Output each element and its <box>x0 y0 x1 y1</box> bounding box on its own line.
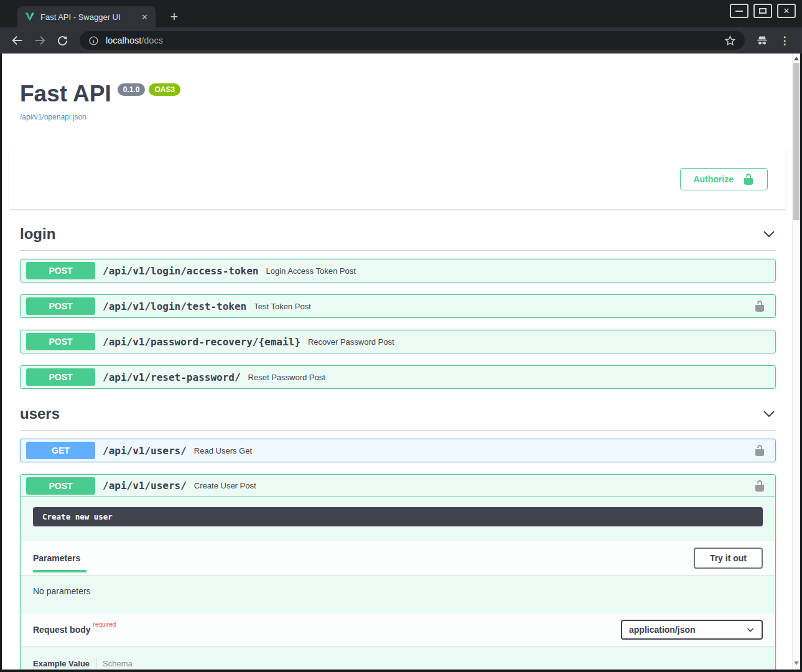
browser-menu-button[interactable]: ⋮ <box>775 30 795 50</box>
operation-summary: Create User Post <box>194 481 256 490</box>
maximize-icon <box>759 8 767 14</box>
close-window-button[interactable]: ✕ <box>777 4 796 18</box>
page-title: Fast API <box>20 82 111 105</box>
method-badge: POST <box>26 477 95 495</box>
operation-row[interactable]: POST /api/v1/reset-password/ Reset Passw… <box>20 365 776 389</box>
tab-title: Fast API - Swagger UI <box>40 12 136 22</box>
tab-parameters[interactable]: Parameters <box>33 553 80 563</box>
oas3-badge: OAS3 <box>149 83 180 96</box>
swagger-ui-page: Fast API 0.1.0 OAS3 /api/v1/openapi.json… <box>2 54 792 670</box>
up-triangle-icon <box>794 57 799 60</box>
unlock-icon <box>753 300 766 312</box>
scrollbar-thumb[interactable] <box>793 63 800 220</box>
operation-row[interactable]: POST /api/v1/password-recovery/{email} R… <box>20 330 776 353</box>
operation-body: Create new user Parameters Try it out No… <box>21 497 775 670</box>
authorize-label: Authorize <box>693 174 734 184</box>
operation-summary: Reset Password Post <box>248 373 325 382</box>
minimize-icon <box>735 11 743 12</box>
browser-window: Fast API - Swagger UI ✕ + ✕ localhost/do… <box>0 0 802 672</box>
site-info-icon[interactable] <box>88 35 99 46</box>
back-button[interactable] <box>7 30 27 50</box>
operation-path: /api/v1/reset-password/ <box>103 371 241 383</box>
incognito-indicator <box>752 30 772 50</box>
new-tab-button[interactable]: + <box>166 8 183 26</box>
tag-title: users <box>20 405 60 422</box>
operation-path: /api/v1/login/test-token <box>103 301 246 312</box>
operation-path: /api/v1/users/ <box>103 480 187 492</box>
method-badge: GET <box>26 442 95 459</box>
try-it-out-button[interactable]: Try it out <box>694 548 763 569</box>
incognito-icon <box>755 34 769 47</box>
method-badge: POST <box>26 297 95 315</box>
chevron-down-icon[interactable] <box>762 227 776 241</box>
method-badge: POST <box>26 262 95 279</box>
browser-tab-strip: Fast API - Swagger UI ✕ + ✕ <box>0 0 802 27</box>
unlock-icon <box>742 173 755 185</box>
request-body-section-header: Request bodyrequired application/json <box>21 614 775 646</box>
operation-path: /api/v1/login/access-token <box>103 265 258 277</box>
auth-lock-button[interactable] <box>750 300 770 312</box>
url-host: localhost <box>106 35 141 45</box>
address-bar[interactable]: localhost/docs <box>80 31 745 50</box>
bookmark-button[interactable] <box>724 35 736 47</box>
openapi-spec-link[interactable]: /api/v1/openapi.json <box>20 113 86 121</box>
down-triangle-icon <box>794 661 799 665</box>
fastapi-favicon-icon <box>25 12 35 22</box>
browser-toolbar: localhost/docs ⋮ <box>0 27 802 54</box>
tag-header-login[interactable]: login <box>20 225 776 251</box>
content-type-value: application/json <box>629 625 696 635</box>
operation-summary: Login Access Token Post <box>266 266 355 276</box>
operation-block-expanded: POST /api/v1/users/ Create User Post Cre… <box>20 474 776 670</box>
parameters-section-header: Parameters Try it out <box>21 541 775 575</box>
reload-button[interactable] <box>52 30 72 50</box>
close-tab-icon[interactable]: ✕ <box>141 13 148 21</box>
operation-summary: Recover Password Post <box>308 337 394 347</box>
chevron-down-icon[interactable] <box>762 407 776 421</box>
model-example: Example Value Schema { <box>21 646 775 670</box>
browser-tab[interactable]: Fast API - Swagger UI ✕ <box>17 6 156 27</box>
tab-separator <box>96 658 96 668</box>
tag-header-users[interactable]: users <box>20 405 776 431</box>
star-icon <box>724 35 736 47</box>
scheme-container: Authorize <box>9 149 786 209</box>
tag-section-users: users GET /api/v1/users/ Read Users Get <box>20 405 776 670</box>
method-badge: POST <box>26 368 95 386</box>
auth-lock-button[interactable] <box>750 480 770 492</box>
window-controls: ✕ <box>730 4 796 18</box>
tab-example-value[interactable]: Example Value <box>33 659 90 668</box>
operation-description: Create new user <box>33 507 763 526</box>
operation-summary: Read Users Get <box>194 446 252 455</box>
forward-button[interactable] <box>30 30 50 50</box>
operation-row[interactable]: POST /api/v1/login/test-token Test Token… <box>20 294 776 318</box>
operation-row[interactable]: POST /api/v1/login/access-token Login Ac… <box>20 259 776 282</box>
maximize-button[interactable] <box>753 4 772 18</box>
authorize-button[interactable]: Authorize <box>680 168 768 190</box>
auth-lock-button[interactable] <box>750 444 770 457</box>
operation-path: /api/v1/password-recovery/{email} <box>103 336 301 348</box>
method-badge: POST <box>26 333 95 350</box>
scrollbar-up-arrow[interactable] <box>793 57 800 62</box>
url-path: /docs <box>141 35 163 45</box>
tag-section-login: login POST /api/v1/login/access-token Lo… <box>20 225 776 389</box>
no-parameters-text: No parameters <box>21 575 775 614</box>
minimize-button[interactable] <box>730 4 748 18</box>
page-scrollbar[interactable] <box>792 54 800 670</box>
unlock-icon <box>753 444 766 457</box>
required-badge: required <box>93 621 116 628</box>
content-type-select[interactable]: application/json <box>621 620 763 640</box>
operation-summary: Test Token Post <box>254 302 311 311</box>
operation-row[interactable]: POST /api/v1/users/ Create User Post <box>21 475 775 497</box>
url-text[interactable]: localhost/docs <box>106 35 163 45</box>
request-body-label: Request body <box>33 625 91 635</box>
page-viewport: Fast API 0.1.0 OAS3 /api/v1/openapi.json… <box>0 54 802 672</box>
chevron-down-icon <box>746 625 755 634</box>
reload-icon <box>56 34 69 47</box>
tab-schema[interactable]: Schema <box>103 659 133 668</box>
version-badge: 0.1.0 <box>118 83 146 96</box>
scrollbar-down-arrow[interactable] <box>793 661 800 666</box>
operation-row[interactable]: GET /api/v1/users/ Read Users Get <box>20 439 776 462</box>
back-arrow-icon <box>11 34 24 47</box>
forward-arrow-icon <box>33 34 47 47</box>
tag-title: login <box>20 225 55 243</box>
operation-path: /api/v1/users/ <box>103 445 187 457</box>
